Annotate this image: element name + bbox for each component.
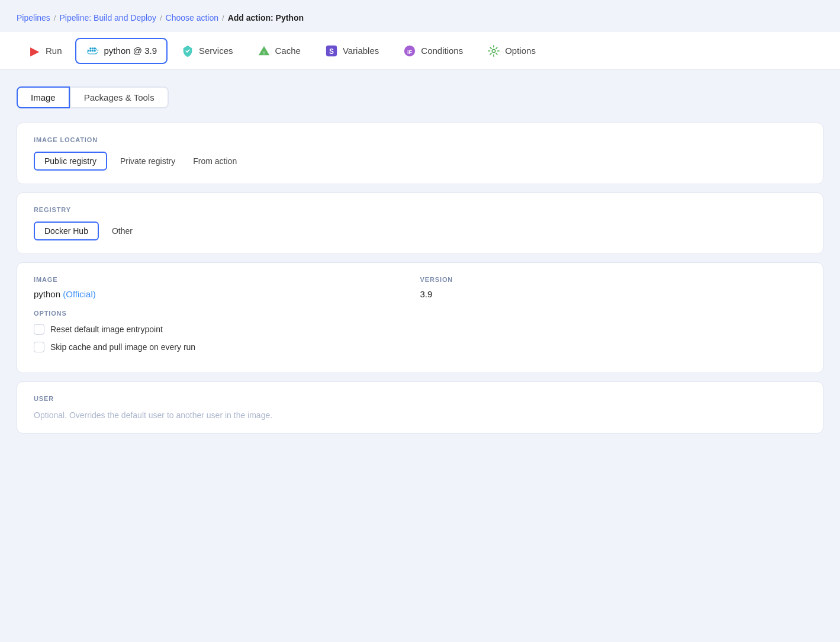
- breadcrumb-pipeline-build[interactable]: Pipeline: Build and Deploy: [59, 13, 156, 23]
- registry-label: REGISTRY: [34, 206, 806, 213]
- toggle-from-action[interactable]: From action: [188, 153, 242, 169]
- tab-python[interactable]: python @ 3.9: [75, 38, 168, 64]
- page-wrapper: Pipelines / Pipeline: Build and Deploy /…: [0, 0, 840, 642]
- checkbox-skip-cache[interactable]: [34, 342, 44, 352]
- svg-text:S: S: [329, 47, 334, 55]
- image-field-label: IMAGE: [34, 276, 420, 283]
- breadcrumb-current: Add action: Python: [228, 13, 304, 23]
- conditions-icon: IF: [403, 44, 417, 58]
- options-sublabel: OPTIONS: [34, 310, 806, 317]
- options-icon: [487, 44, 501, 58]
- sub-tab-packages-tools[interactable]: Packages & Tools: [70, 86, 169, 108]
- breadcrumb-pipelines[interactable]: Pipelines: [17, 13, 50, 23]
- toggle-private-registry[interactable]: Private registry: [115, 153, 180, 169]
- tab-services-label: Services: [199, 46, 233, 56]
- user-card: USER Optional. Overrides the default use…: [17, 381, 823, 434]
- breadcrumb: Pipelines / Pipeline: Build and Deploy /…: [0, 0, 840, 32]
- image-location-toggle-group: Public registry Private registry From ac…: [34, 152, 806, 171]
- svg-rect-6: [94, 50, 95, 52]
- main-content: Image Packages & Tools IMAGE LOCATION Pu…: [0, 70, 840, 450]
- tab-conditions-label: Conditions: [421, 46, 463, 56]
- image-field-value: python (Official): [34, 289, 420, 299]
- version-field: VERSION 3.9: [420, 276, 807, 299]
- svg-point-13: [492, 49, 495, 53]
- toggle-docker-hub[interactable]: Docker Hub: [34, 222, 99, 240]
- registry-card: REGISTRY Docker Hub Other: [17, 192, 823, 254]
- variables-icon: S: [324, 44, 339, 58]
- tab-variables[interactable]: S Variables: [314, 38, 390, 64]
- svg-rect-3: [92, 47, 94, 49]
- breadcrumb-sep-1: /: [54, 14, 56, 23]
- tab-run-label: Run: [46, 46, 62, 56]
- image-location-label: IMAGE LOCATION: [34, 136, 806, 143]
- tab-options[interactable]: Options: [476, 38, 546, 64]
- tab-services[interactable]: Services: [170, 38, 244, 64]
- user-placeholder: Optional. Overrides the default user to …: [34, 410, 806, 420]
- sub-tab-image[interactable]: Image: [17, 86, 70, 108]
- checkbox-reset-entrypoint[interactable]: [34, 324, 44, 335]
- toggle-other[interactable]: Other: [107, 223, 137, 239]
- checkbox-row-skip-cache: Skip cache and pull image on every run: [34, 342, 806, 352]
- image-location-card: IMAGE LOCATION Public registry Private r…: [17, 123, 823, 184]
- registry-toggle-group: Docker Hub Other: [34, 222, 806, 240]
- checkbox-row-entrypoint: Reset default image entrypoint: [34, 324, 806, 335]
- svg-text:IF: IF: [407, 49, 413, 54]
- svg-text:!: !: [263, 50, 264, 55]
- image-name: python: [34, 289, 60, 299]
- svg-rect-2: [92, 50, 94, 52]
- breadcrumb-sep-2: /: [160, 14, 162, 23]
- top-tabs-bar: ▶ Run python @ 3.9: [0, 32, 840, 70]
- toggle-public-registry[interactable]: Public registry: [34, 152, 107, 171]
- tab-python-label: python @ 3.9: [104, 46, 157, 56]
- checkbox-reset-entrypoint-label: Reset default image entrypoint: [50, 325, 163, 334]
- tab-run[interactable]: ▶ Run: [17, 38, 73, 64]
- tab-options-label: Options: [505, 46, 536, 56]
- sub-tabs: Image Packages & Tools: [17, 86, 823, 108]
- cache-icon: !: [257, 44, 271, 58]
- image-official-badge: (Official): [63, 289, 96, 299]
- image-version-card: IMAGE python (Official) VERSION 3.9 OPTI…: [17, 262, 823, 373]
- tab-cache-label: Cache: [275, 46, 301, 56]
- version-field-label: VERSION: [420, 276, 807, 283]
- run-icon: ▶: [27, 44, 41, 58]
- svg-rect-1: [89, 50, 91, 52]
- checkbox-skip-cache-label: Skip cache and pull image on every run: [50, 342, 195, 352]
- breadcrumb-sep-3: /: [222, 14, 224, 23]
- version-field-value: 3.9: [420, 289, 807, 299]
- user-label: USER: [34, 395, 806, 402]
- services-icon: [181, 44, 195, 58]
- docker-icon: [86, 44, 100, 58]
- svg-rect-0: [87, 50, 89, 52]
- tab-conditions[interactable]: IF Conditions: [392, 38, 474, 64]
- tab-variables-label: Variables: [343, 46, 379, 56]
- svg-rect-5: [89, 47, 91, 49]
- image-version-grid: IMAGE python (Official) VERSION 3.9: [34, 276, 806, 299]
- breadcrumb-choose-action[interactable]: Choose action: [166, 13, 219, 23]
- tab-cache[interactable]: ! Cache: [246, 38, 311, 64]
- image-field: IMAGE python (Official): [34, 276, 420, 299]
